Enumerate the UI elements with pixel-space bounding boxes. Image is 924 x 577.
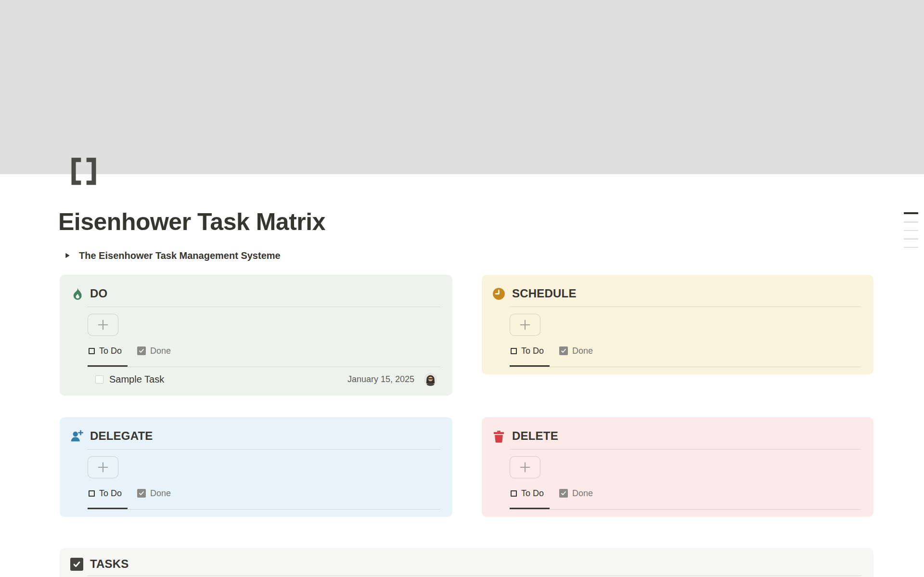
table-of-contents-rail[interactable] [904, 212, 918, 248]
task-due-date[interactable]: January 15, 2025 [347, 374, 414, 385]
page-cover [0, 0, 924, 174]
toc-entry-current[interactable] [904, 212, 918, 214]
checked-checkbox-icon [137, 346, 146, 355]
divider [88, 449, 440, 449]
unchecked-checkbox-icon [511, 348, 517, 354]
clock-icon [492, 287, 505, 300]
checked-checkbox-icon [70, 558, 83, 571]
quadrant-card-delegate: DELEGATE To Do Done [60, 417, 452, 517]
quadrant-title: SCHEDULE [512, 287, 577, 300]
tasks-section-card: TASKS [60, 548, 873, 577]
toggle-arrow-icon[interactable] [64, 252, 71, 259]
task-title[interactable]: Sample Task [109, 374, 164, 385]
view-tabs: To Do Done [510, 487, 861, 510]
tab-todo[interactable]: To Do [88, 345, 128, 367]
tab-label: To Do [521, 345, 544, 357]
flame-icon [70, 287, 83, 300]
person-avatar-icon [424, 373, 437, 386]
divider [88, 307, 440, 307]
divider [510, 307, 861, 307]
toc-entry[interactable] [904, 238, 918, 240]
quadrant-card-delete: DELETE To Do Done [482, 417, 873, 517]
toc-entry[interactable] [904, 230, 918, 231]
quadrant-title: DO [90, 287, 107, 300]
frame-icon [67, 155, 100, 188]
checked-checkbox-icon [559, 489, 568, 498]
toggle-label: The Eisenhower Task Management Systeme [79, 248, 281, 263]
quadrant-header: DO [60, 275, 452, 300]
add-task-button[interactable] [88, 314, 118, 336]
tasks-title: TASKS [90, 557, 129, 571]
assignee-avatar[interactable] [424, 373, 437, 386]
tab-label: To Do [521, 487, 544, 500]
tasks-header: TASKS [60, 548, 873, 571]
person-plus-icon [70, 430, 83, 443]
tab-label: To Do [99, 487, 122, 500]
quadrant-title: DELEGATE [90, 429, 153, 443]
unchecked-checkbox-icon [89, 490, 95, 497]
add-task-button[interactable] [510, 456, 540, 478]
unchecked-checkbox-icon [511, 490, 517, 497]
quadrant-card-schedule: SCHEDULE To Do Done [482, 275, 873, 374]
view-tabs: To Do Done [88, 487, 440, 510]
notion-page: { "page": { "title": "Eisenhower Task Ma… [0, 0, 924, 577]
quadrant-header: DELEGATE [60, 417, 452, 443]
quadrant-grid: DO To Do Done Sample Task January 15, 20… [60, 275, 873, 517]
tab-label: Done [150, 345, 171, 357]
tab-done[interactable]: Done [558, 345, 599, 367]
tab-done[interactable]: Done [136, 345, 177, 367]
task-checkbox[interactable] [95, 375, 103, 384]
toc-entry[interactable] [904, 221, 918, 223]
plus-icon [518, 461, 532, 474]
trash-icon [492, 430, 505, 443]
add-task-button[interactable] [510, 314, 540, 336]
plus-icon [96, 461, 110, 474]
divider [88, 576, 861, 576]
checked-checkbox-icon [559, 346, 568, 355]
task-row[interactable]: Sample Task January 15, 2025 [88, 367, 440, 392]
toc-entry[interactable] [904, 247, 918, 248]
tab-done[interactable]: Done [558, 487, 599, 509]
page-title[interactable]: Eisenhower Task Matrix [58, 207, 325, 237]
quadrant-card-do: DO To Do Done Sample Task January 15, 20… [60, 275, 452, 396]
plus-icon [518, 318, 532, 332]
quadrant-header: SCHEDULE [482, 275, 873, 300]
tab-todo[interactable]: To Do [510, 345, 550, 367]
tab-done[interactable]: Done [136, 487, 177, 509]
tab-label: Done [572, 345, 593, 357]
toggle-block[interactable]: The Eisenhower Task Management Systeme [64, 248, 281, 263]
tab-todo[interactable]: To Do [510, 487, 550, 509]
divider [510, 449, 861, 449]
plus-icon [96, 318, 110, 332]
quadrant-title: DELETE [512, 429, 558, 443]
page-icon-frame[interactable] [67, 155, 100, 188]
view-tabs: To Do Done [510, 345, 861, 367]
tab-label: Done [572, 487, 593, 500]
add-task-button[interactable] [88, 456, 118, 478]
checked-checkbox-icon [137, 489, 146, 498]
tab-todo[interactable]: To Do [88, 487, 128, 509]
tab-label: To Do [99, 345, 122, 357]
unchecked-checkbox-icon [89, 348, 95, 354]
view-tabs: To Do Done [88, 345, 440, 367]
quadrant-header: DELETE [482, 417, 873, 443]
tab-label: Done [150, 487, 171, 500]
